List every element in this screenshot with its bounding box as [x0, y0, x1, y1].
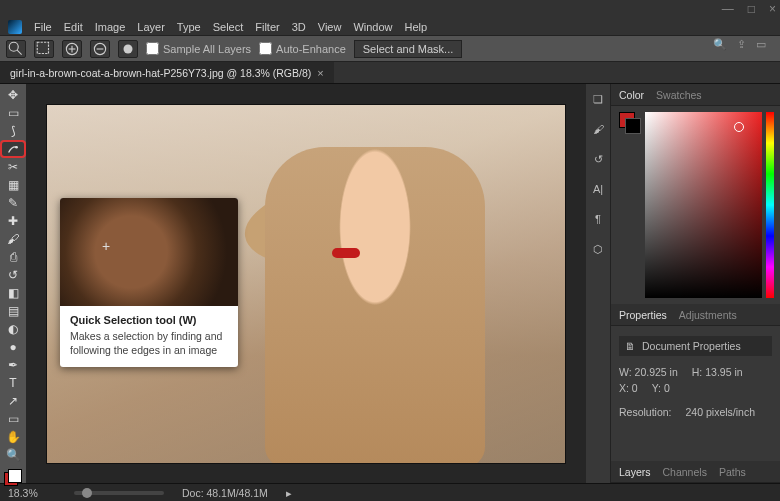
brush-size-icon[interactable]	[118, 40, 138, 58]
panels-column: Color Swatches Properties Adjustments 🗎 …	[610, 84, 780, 483]
zoom-level[interactable]: 18.3%	[8, 487, 56, 499]
brush-tool-icon[interactable]: 🖌	[2, 232, 24, 246]
crop-tool-icon[interactable]: ✂	[2, 160, 24, 174]
subtract-selection-icon[interactable]	[90, 40, 110, 58]
history-panel-icon[interactable]: ↺	[589, 150, 607, 168]
close-tab-icon[interactable]: ×	[317, 67, 323, 79]
paragraph-panel-icon[interactable]: ¶	[589, 210, 607, 228]
menubar: File Edit Image Layer Type Select Filter…	[0, 18, 780, 36]
quick-selection-tool-icon[interactable]	[2, 142, 24, 156]
auto-enhance-label: Auto-Enhance	[276, 43, 346, 55]
marquee-tool-icon[interactable]: ▭	[2, 106, 24, 120]
swatches-tab[interactable]: Swatches	[656, 89, 702, 101]
3d-panel-icon[interactable]: ⬡	[589, 240, 607, 258]
workarea: ✥ ▭ ⟆ ✂ ▦ ✎ ✚ 🖌 ⎙ ↺ ◧ ▤ ◐ ● ✒ T ↗ ▭ ✋ 🔍	[0, 84, 780, 483]
header-icons: 🔍 ⇪ ▭	[713, 38, 766, 51]
titlebar: — □ ×	[0, 0, 780, 18]
height-value[interactable]: 13.95 in	[705, 366, 742, 378]
x-value[interactable]: 0	[632, 382, 638, 394]
frame-tool-icon[interactable]: ▦	[2, 178, 24, 192]
status-chevron-icon[interactable]: ▸	[286, 487, 292, 499]
width-label: W:	[619, 366, 632, 378]
menu-image[interactable]: Image	[95, 21, 126, 33]
history-brush-tool-icon[interactable]: ↺	[2, 268, 24, 282]
svg-rect-2	[37, 42, 48, 53]
type-tool-icon[interactable]: T	[2, 376, 24, 390]
channels-tab[interactable]: Channels	[663, 466, 707, 478]
width-value[interactable]: 20.925 in	[635, 366, 678, 378]
menu-window[interactable]: Window	[353, 21, 392, 33]
status-bar: 18.3% Doc: 48.1M/48.1M ▸	[0, 483, 780, 501]
color-swatch[interactable]	[4, 472, 22, 483]
resolution-label: Resolution:	[619, 406, 672, 418]
layers-tab[interactable]: Layers	[619, 466, 651, 478]
auto-enhance-checkbox[interactable]: Auto-Enhance	[259, 42, 346, 55]
canvas-area[interactable]: Quick Selection tool (W) Makes a selecti…	[26, 84, 586, 483]
pen-tool-icon[interactable]: ✒	[2, 358, 24, 372]
options-bar: Sample All Layers Auto-Enhance Select an…	[0, 36, 780, 62]
paths-tab[interactable]: Paths	[719, 466, 746, 478]
y-value[interactable]: 0	[664, 382, 670, 394]
menu-filter[interactable]: Filter	[255, 21, 279, 33]
y-label: Y:	[652, 382, 661, 394]
tooltip-description: Makes a selection by finding and followi…	[70, 330, 228, 357]
adjustments-tab[interactable]: Adjustments	[679, 309, 737, 321]
menu-layer[interactable]: Layer	[137, 21, 165, 33]
svg-point-8	[124, 44, 133, 53]
svg-line-1	[17, 50, 22, 55]
shape-tool-icon[interactable]: ▭	[2, 412, 24, 426]
color-tab[interactable]: Color	[619, 89, 644, 101]
gradient-tool-icon[interactable]: ▤	[2, 304, 24, 318]
tool-tooltip: Quick Selection tool (W) Makes a selecti…	[60, 198, 238, 367]
new-selection-icon[interactable]	[34, 40, 54, 58]
menu-help[interactable]: Help	[405, 21, 428, 33]
maximize-button[interactable]: □	[748, 2, 755, 16]
color-panel[interactable]	[611, 106, 780, 304]
lasso-tool-icon[interactable]: ⟆	[2, 124, 24, 138]
document-properties-label: Document Properties	[642, 340, 741, 352]
zoom-tool-icon[interactable]: 🔍	[2, 448, 24, 462]
learn-panel-icon[interactable]: ❏	[589, 90, 607, 108]
search-icon[interactable]: 🔍	[713, 38, 727, 51]
menu-select[interactable]: Select	[213, 21, 244, 33]
resolution-value[interactable]: 240 pixels/inch	[686, 406, 755, 418]
hand-tool-icon[interactable]: ✋	[2, 430, 24, 444]
foreground-background-swatch[interactable]	[619, 112, 641, 134]
menu-3d[interactable]: 3D	[292, 21, 306, 33]
minimize-button[interactable]: —	[722, 2, 734, 16]
properties-panel-header: Properties Adjustments	[611, 304, 780, 326]
select-and-mask-button[interactable]: Select and Mask...	[354, 40, 463, 58]
healing-tool-icon[interactable]: ✚	[2, 214, 24, 228]
eyedropper-tool-icon[interactable]: ✎	[2, 196, 24, 210]
hue-slider[interactable]	[766, 112, 774, 298]
add-selection-icon[interactable]	[62, 40, 82, 58]
zoom-slider[interactable]	[74, 491, 164, 495]
menu-view[interactable]: View	[318, 21, 342, 33]
dodge-tool-icon[interactable]: ●	[2, 340, 24, 354]
path-tool-icon[interactable]: ↗	[2, 394, 24, 408]
properties-panel: 🗎 Document Properties W: 20.925 in H: 13…	[611, 326, 780, 426]
svg-point-9	[15, 146, 18, 149]
svg-point-0	[9, 42, 18, 51]
color-field[interactable]	[645, 112, 762, 298]
tooltip-thumbnail	[60, 198, 238, 306]
document-tab[interactable]: girl-in-a-brown-coat-a-brown-hat-P256Y73…	[0, 62, 334, 83]
auto-enhance-input[interactable]	[259, 42, 272, 55]
sample-all-input[interactable]	[146, 42, 159, 55]
sample-all-checkbox[interactable]: Sample All Layers	[146, 42, 251, 55]
eraser-tool-icon[interactable]: ◧	[2, 286, 24, 300]
menu-edit[interactable]: Edit	[64, 21, 83, 33]
close-window-button[interactable]: ×	[769, 2, 776, 16]
share-icon[interactable]: ⇪	[737, 38, 746, 51]
stamp-tool-icon[interactable]: ⎙	[2, 250, 24, 264]
tool-preset-icon[interactable]	[6, 40, 26, 58]
brushes-panel-icon[interactable]: 🖌	[589, 120, 607, 138]
properties-tab[interactable]: Properties	[619, 309, 667, 321]
menu-type[interactable]: Type	[177, 21, 201, 33]
character-panel-icon[interactable]: A|	[589, 180, 607, 198]
menu-file[interactable]: File	[34, 21, 52, 33]
blur-tool-icon[interactable]: ◐	[2, 322, 24, 336]
move-tool-icon[interactable]: ✥	[2, 88, 24, 102]
document-tabbar: girl-in-a-brown-coat-a-brown-hat-P256Y73…	[0, 62, 780, 84]
workspace-icon[interactable]: ▭	[756, 38, 766, 51]
